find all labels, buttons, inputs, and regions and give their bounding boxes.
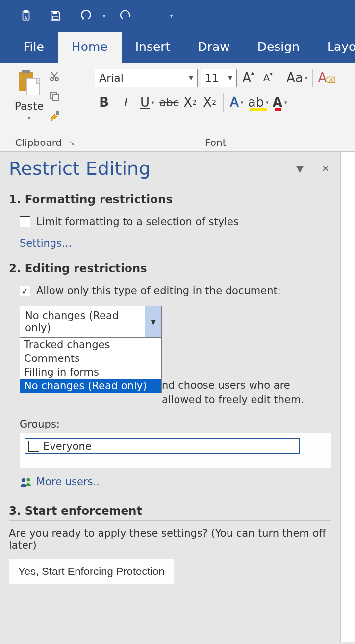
editing-type-dropdown: Tracked changes Comments Filling in form…: [20, 338, 162, 393]
ribbon-tabs: File Home Insert Draw Design Layout: [0, 31, 355, 63]
allow-only-label: Allow only this type of editing in the d…: [36, 285, 281, 297]
quick-access-toolbar: A ▾ ▾: [0, 0, 355, 31]
settings-link[interactable]: Settings...: [20, 238, 72, 249]
close-icon[interactable]: ✕: [321, 163, 330, 174]
restrict-editing-pane: Restrict Editing ▼ ✕ 1. Formatting restr…: [0, 152, 340, 642]
tab-home[interactable]: Home: [58, 32, 122, 63]
grow-font-icon[interactable]: A▴: [240, 69, 256, 87]
redo-icon[interactable]: [118, 7, 135, 24]
option-filling-forms[interactable]: Filling in forms: [20, 365, 161, 379]
clear-formatting-icon[interactable]: A⌫: [318, 69, 337, 87]
font-size-value: 11: [205, 72, 219, 84]
document-area[interactable]: [340, 152, 355, 642]
enforcement-question: Are you ready to apply these settings? (…: [9, 527, 331, 551]
font-size-combo[interactable]: 11 ▼: [201, 69, 237, 87]
svg-point-14: [27, 478, 30, 481]
allow-only-checkbox[interactable]: ✓: [20, 286, 30, 296]
section-heading-editing: 2. Editing restrictions: [9, 262, 331, 278]
undo-icon[interactable]: [76, 7, 93, 24]
clipboard-icon[interactable]: A: [18, 7, 34, 24]
more-users-link[interactable]: More users...: [36, 476, 103, 488]
bold-button[interactable]: B: [95, 93, 113, 112]
svg-rect-11: [52, 94, 58, 101]
svg-rect-4: [53, 16, 58, 20]
font-color-button[interactable]: A▾: [272, 93, 288, 112]
option-no-changes[interactable]: No changes (Read only): [20, 379, 161, 393]
chevron-down-icon: ▼: [228, 74, 232, 81]
group-label-font: Font: [205, 137, 227, 148]
chevron-down-icon: ▼: [145, 306, 161, 337]
groups-label: Groups:: [20, 418, 331, 430]
option-tracked-changes[interactable]: Tracked changes: [20, 338, 161, 352]
save-icon[interactable]: [47, 7, 64, 24]
group-label-clipboard: Clipboard: [0, 137, 77, 148]
exceptions-text-tail: nd choose users who are allowed to freel…: [162, 380, 304, 405]
limit-formatting-checkbox[interactable]: [20, 216, 30, 227]
limit-formatting-label: Limit formatting to a selection of style…: [36, 216, 239, 228]
italic-button[interactable]: I: [116, 93, 135, 112]
cut-icon[interactable]: [47, 69, 62, 84]
option-comments[interactable]: Comments: [20, 352, 161, 365]
tab-insert[interactable]: Insert: [122, 32, 184, 63]
editing-type-value: No changes (Read only): [20, 306, 145, 337]
pane-options-icon[interactable]: ▼: [296, 163, 304, 174]
svg-rect-3: [53, 11, 57, 14]
tab-design[interactable]: Design: [244, 32, 313, 63]
section-heading-formatting: 1. Formatting restrictions: [9, 193, 331, 209]
pane-title: Restrict Editing: [9, 158, 151, 179]
group-everyone-row[interactable]: Everyone: [25, 438, 300, 454]
svg-text:A: A: [25, 16, 27, 21]
clipboard-dialog-launcher-icon[interactable]: ↘: [69, 139, 75, 147]
font-name-value: Arial: [99, 72, 124, 84]
paste-button[interactable]: Paste ▾: [15, 67, 44, 123]
shrink-font-icon[interactable]: A▾: [259, 69, 276, 87]
section-heading-enforcement: 3. Start enforcement: [9, 504, 331, 521]
editing-type-select[interactable]: No changes (Read only) ▼: [20, 306, 162, 338]
format-painter-icon[interactable]: [47, 108, 62, 123]
text-effects-button[interactable]: A▾: [228, 93, 245, 112]
start-enforcing-button[interactable]: Yes, Start Enforcing Protection: [9, 559, 174, 584]
ribbon: Paste ▾: [0, 63, 355, 152]
subscript-button[interactable]: X2: [182, 93, 199, 112]
svg-rect-12: [56, 111, 59, 115]
qat-customize-icon[interactable]: ▾: [170, 13, 173, 19]
change-case-button[interactable]: Aa▾: [286, 69, 307, 87]
svg-rect-6: [22, 70, 30, 73]
undo-dropdown-icon[interactable]: ▾: [103, 13, 105, 19]
everyone-checkbox[interactable]: [28, 441, 39, 452]
everyone-label: Everyone: [43, 440, 92, 452]
chevron-down-icon: ▼: [189, 74, 193, 81]
tab-layout[interactable]: Layout: [313, 32, 355, 63]
superscript-button[interactable]: X2: [202, 93, 218, 112]
groups-box: Everyone: [20, 433, 331, 468]
group-clipboard: Paste ▾: [0, 63, 77, 151]
paste-label: Paste: [15, 100, 44, 112]
strikethrough-button[interactable]: abc: [159, 93, 179, 112]
tab-draw[interactable]: Draw: [184, 32, 243, 63]
font-name-combo[interactable]: Arial ▼: [95, 69, 198, 87]
underline-button[interactable]: U▾: [138, 93, 156, 112]
tab-file[interactable]: File: [10, 32, 58, 63]
users-icon: [20, 477, 32, 487]
paste-dropdown-icon[interactable]: ▾: [27, 114, 30, 121]
svg-point-13: [22, 478, 25, 482]
highlight-button[interactable]: ab▾: [248, 93, 269, 112]
group-font: Arial ▼ 11 ▼ A▴ A▾ Aa▾ A⌫ B I U▾: [77, 63, 355, 151]
copy-icon[interactable]: [47, 88, 62, 104]
